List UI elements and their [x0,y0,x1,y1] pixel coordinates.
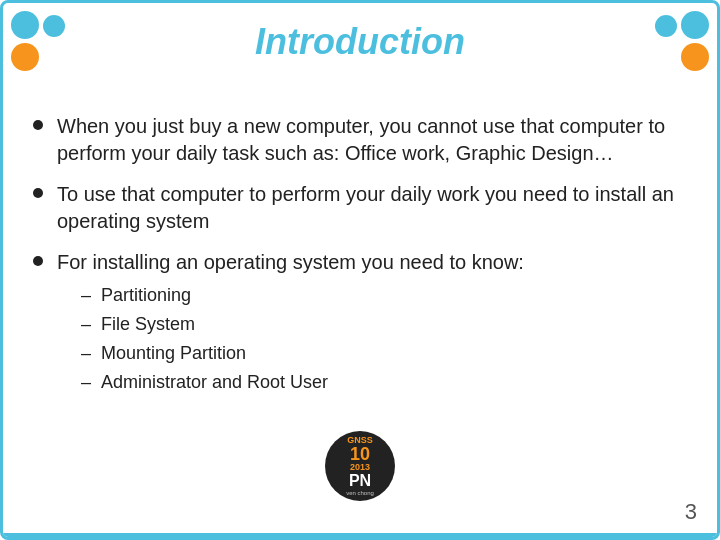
badge-circle: GNSS 10 2013 PN ven chong [325,431,395,501]
sub-dash-4: – [81,369,91,396]
bullet-3-content: For installing an operating system you n… [57,249,524,398]
bullet-list: When you just buy a new computer, you ca… [33,113,687,398]
badge-subtitle: ven chong [346,490,374,497]
sub-text-3: Mounting Partition [101,340,246,367]
badge-year: 2013 [350,463,370,472]
badge-pn-text: PN [349,472,371,490]
content-area: When you just buy a new computer, you ca… [33,113,687,477]
dot-tr-1 [655,15,677,37]
bullet-dot-3 [33,256,43,266]
corner-decoration-top-right [655,11,709,71]
dot-tr-2 [681,11,709,39]
page-number: 3 [685,499,697,525]
dot-tl-2 [43,15,65,37]
sub-text-4: Administrator and Root User [101,369,328,396]
sub-text-2: File System [101,311,195,338]
bullet-dot-2 [33,188,43,198]
sub-dash-1: – [81,282,91,309]
bullet-text-3: For installing an operating system you n… [57,251,524,273]
sub-item-4: – Administrator and Root User [81,369,524,396]
slide: Introduction When you just buy a new com… [0,0,720,540]
sub-item-3: – Mounting Partition [81,340,524,367]
sub-item-2: – File System [81,311,524,338]
dot-tr-3 [681,43,709,71]
dot-tl-3 [11,43,39,71]
bullet-text-1: When you just buy a new computer, you ca… [57,113,687,167]
bullet-item-3: For installing an operating system you n… [33,249,687,398]
bullet-item-2: To use that computer to perform your dai… [33,181,687,235]
sub-item-1: – Partitioning [81,282,524,309]
bullet-item-1: When you just buy a new computer, you ca… [33,113,687,167]
sub-text-1: Partitioning [101,282,191,309]
sub-list: – Partitioning – File System – Mounting … [81,282,524,396]
bullet-dot-1 [33,120,43,130]
bottom-bar [3,533,717,537]
badge-content: GNSS 10 2013 PN ven chong [346,436,374,496]
sub-dash-3: – [81,340,91,367]
badge-number: 10 [350,445,370,463]
slide-title-area: Introduction [255,21,465,63]
sub-dash-2: – [81,311,91,338]
slide-title: Introduction [255,21,465,63]
dot-tl-1 [11,11,39,39]
logo-badge: GNSS 10 2013 PN ven chong [325,431,395,501]
bullet-text-2: To use that computer to perform your dai… [57,181,687,235]
corner-decoration-top-left [11,11,65,71]
